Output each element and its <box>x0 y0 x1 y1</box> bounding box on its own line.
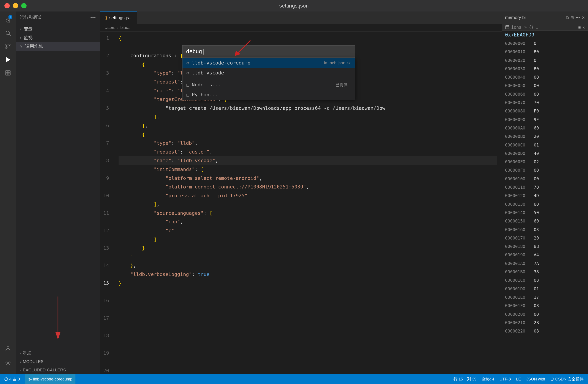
status-encoding[interactable]: UTF-8 <box>500 377 511 382</box>
chevron-right-icon: › <box>20 351 21 355</box>
code-line-18: "platform connect connect://P1008N191202… <box>119 183 497 191</box>
memory-row: 00000190A4 <box>502 250 588 259</box>
more-icon[interactable]: ••• <box>576 15 580 20</box>
svg-point-26 <box>31 379 31 380</box>
tab-settings-json[interactable]: {} settings.js... <box>100 12 137 24</box>
dropdown-item-lldb-vscode-coredump[interactable]: ⚙ lldb-vscode-coredump launch.json ⚙ <box>183 58 355 68</box>
memory-address-cell: 000001F0 <box>505 302 534 309</box>
breadcrumb-biac[interactable]: biac... <box>120 25 132 30</box>
activity-search-icon[interactable] <box>2 27 14 39</box>
sidebar-item-variables-label: 变量 <box>24 26 33 32</box>
memory-address-cell: 00000010 <box>505 48 534 55</box>
memory-address-cell: 00000000 <box>505 40 534 47</box>
dropdown-item-lldb-vscode[interactable]: ⚙ lldb-vscode <box>183 68 355 78</box>
sidebar-item-watch[interactable]: › 监视 <box>16 33 100 42</box>
sidebar-item-excluded-callers[interactable]: › EXCLUDED CALLERS <box>16 366 100 374</box>
split-icon[interactable]: ⊞ <box>570 15 574 20</box>
memory-row: 0000016003 <box>502 225 588 234</box>
memory-value-cell: 40 <box>534 150 585 157</box>
right-panel-title: memory bi <box>505 15 525 20</box>
breadcrumb-users[interactable]: Users <box>105 25 115 30</box>
sidebar-item-modules[interactable]: › MODULES <box>16 358 100 366</box>
memory-value-cell: 08 <box>534 327 585 334</box>
copy-icon[interactable]: ⧉ <box>566 15 569 20</box>
debug-search-input[interactable]: debug <box>182 45 355 58</box>
close-button[interactable] <box>4 3 10 8</box>
sidebar-title: 运行和调试 <box>20 15 42 20</box>
memory-address-cell: 00000150 <box>505 217 534 225</box>
autocomplete-overlay: debug ⚙ lldb-vscode-coredump launch.json… <box>182 45 355 100</box>
svg-rect-7 <box>8 71 10 73</box>
debug-config-icon-2: ⚙ <box>187 70 189 76</box>
memory-value-cell: 60 <box>534 124 585 132</box>
code-line-24: ] <box>119 235 497 244</box>
line-number-14: 14 <box>100 261 111 270</box>
memory-address-cell: 000001D0 <box>505 285 534 292</box>
warning-icon <box>13 377 16 381</box>
memory-value-cell: B0 <box>534 48 585 55</box>
memory-value-cell: 00 <box>534 175 585 182</box>
code-line-22: "cpp", <box>119 217 497 226</box>
status-csdn[interactable]: CSDN 安全插件 <box>550 377 584 382</box>
close-panel-icon[interactable]: ✕ <box>583 25 585 30</box>
status-branch[interactable]: lldb-vscode-coredump <box>25 374 75 384</box>
code-line-23: "c" <box>119 226 497 235</box>
memory-value-cell: 01 <box>534 285 585 292</box>
line-number-3: 3 <box>100 69 111 77</box>
activity-files-icon[interactable]: ⎘ 1 <box>2 14 14 26</box>
sidebar-item-callstack[interactable]: ∨ 调用堆栈 <box>16 42 100 51</box>
line-number-4: 4 <box>100 86 111 95</box>
dropdown-item-nodejs[interactable]: □ Node.js... 已提供 <box>183 80 355 90</box>
memory-value-cell: 08 <box>534 277 585 284</box>
memory-row: 0000015060 <box>502 217 588 225</box>
status-line-col[interactable]: 行 15，列 39 <box>454 377 477 382</box>
branch-name: lldb-vscode-coredump <box>33 377 72 382</box>
sidebar-item-breakpoints[interactable]: › 断点 <box>16 348 100 358</box>
titlebar: settings.json <box>0 0 588 12</box>
close-icon[interactable]: ✕ <box>582 15 585 20</box>
code-line-10: ], <box>119 113 497 121</box>
memory-address-cell: 00000060 <box>505 91 534 98</box>
memory-value-cell: 0 <box>534 40 585 47</box>
memory-table[interactable]: 00000000000000010B000000020000000030B000… <box>502 39 588 374</box>
code-line-14: "request": "custom", <box>119 148 497 156</box>
sidebar-item-variables[interactable]: › 变量 <box>16 25 100 33</box>
code-line-16: "initCommands": [ <box>119 165 497 174</box>
svg-point-20 <box>6 380 6 380</box>
activity-extensions-icon[interactable] <box>2 67 14 79</box>
activity-account-icon[interactable] <box>2 343 14 355</box>
memory-row: 0000014050 <box>502 208 588 217</box>
memory-address-cell: 000000D0 <box>505 150 534 157</box>
activity-source-control-icon[interactable] <box>2 40 14 53</box>
chevron-down-icon: ∨ <box>20 44 22 48</box>
svg-point-0 <box>6 31 9 35</box>
dropdown-label-vscode: lldb-vscode <box>192 70 224 76</box>
code-line-21: "sourceLanguages": [ <box>119 209 497 218</box>
debug-config-icon: ⚙ <box>187 60 189 66</box>
status-eol[interactable]: LE <box>516 377 521 382</box>
sidebar-item-breakpoints-label: 断点 <box>23 350 31 356</box>
breadcrumb: Users › biac... <box>100 24 502 32</box>
status-spaces[interactable]: 空格: 4 <box>482 377 494 382</box>
status-language[interactable]: JSON with <box>526 377 545 382</box>
warning-count: 0 <box>18 377 20 382</box>
memory-address-cell: 00000160 <box>505 226 534 233</box>
memory-address-cell: 00000220 <box>505 327 534 334</box>
line-number-1: 1 <box>100 34 111 43</box>
memory-address-cell: 00000110 <box>505 184 534 191</box>
ions-tab-label[interactable]: ions <box>511 25 521 30</box>
split-panel-icon[interactable]: ⊞ <box>578 25 581 30</box>
gear-icon-coredump[interactable]: ⚙ <box>347 60 351 65</box>
panel-icon <box>505 25 509 29</box>
svg-point-2 <box>5 44 7 46</box>
sidebar-more-button[interactable]: ••• <box>90 15 96 20</box>
activity-settings-icon[interactable] <box>2 357 14 369</box>
dropdown-item-python[interactable]: □ Python... <box>183 90 355 100</box>
maximize-button[interactable] <box>21 3 26 8</box>
memory-row: 000002102B <box>502 318 588 327</box>
activity-debug-icon[interactable] <box>2 54 14 66</box>
status-errors[interactable]: 4 0 <box>4 377 20 382</box>
minimize-button[interactable] <box>13 3 18 8</box>
svg-point-24 <box>29 378 30 379</box>
line-number-9: 9 <box>100 174 111 183</box>
